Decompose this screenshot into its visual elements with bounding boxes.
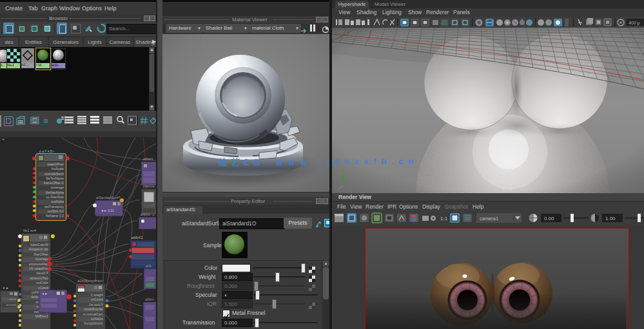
svg-text:camera1: camera1: [480, 216, 498, 221]
svg-text:0.00: 0.00: [544, 216, 554, 221]
svg-text:1.00: 1.00: [605, 216, 616, 221]
svg-text:1:1: 1:1: [440, 216, 448, 221]
svg-text:400 μ: 400 μ: [629, 21, 640, 26]
